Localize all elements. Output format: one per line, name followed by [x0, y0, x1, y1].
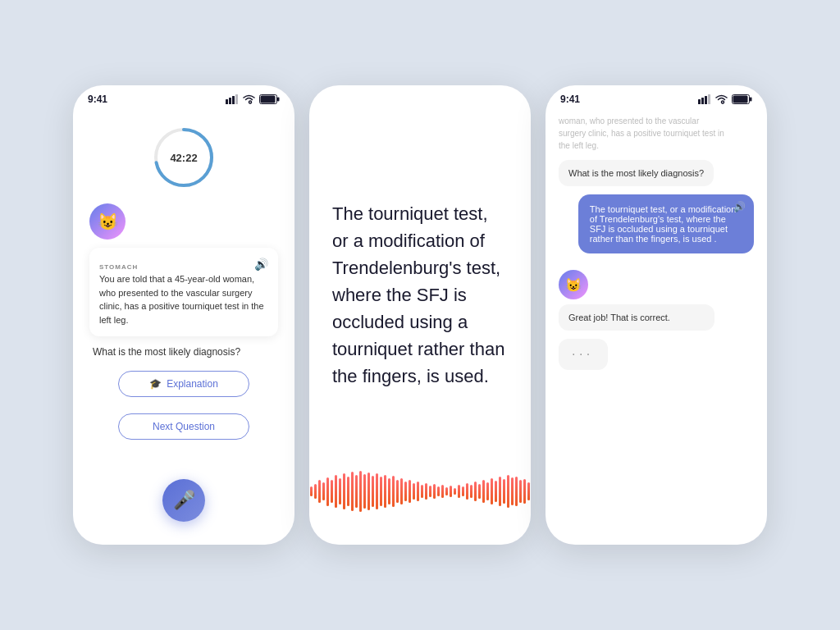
- phone-center: The tourniquet test, or a modification o…: [309, 85, 531, 545]
- battery-icon: [259, 94, 280, 104]
- answer-bubble: 🔊 The tourniquet test, or a modification…: [578, 194, 754, 253]
- question-bubble-right: What is the most likely diagnosis?: [559, 160, 714, 186]
- explanation-button[interactable]: 🎓 Explanation: [118, 371, 249, 397]
- wave-bar: [499, 477, 501, 506]
- wave-bar: [491, 478, 493, 504]
- wave-bar: [372, 476, 374, 507]
- wave-bar: [486, 482, 489, 500]
- svg-rect-12: [708, 94, 710, 104]
- svg-rect-2: [232, 96, 235, 104]
- status-time-left: 9:41: [88, 94, 107, 105]
- wave-bar: [454, 488, 456, 495]
- wave-bar: [314, 484, 317, 499]
- wave-bar: [326, 477, 329, 506]
- wave-bar: [466, 483, 468, 500]
- typing-bubble: · · ·: [559, 339, 608, 370]
- left-content: 42:22 😺 STOMACH 🔊 You are told that a 45…: [73, 108, 294, 538]
- wave-bar: [347, 477, 349, 506]
- battery-icon-right: [732, 94, 752, 104]
- timer-circle: 42:22: [151, 125, 217, 190]
- sound-icon-answer[interactable]: 🔊: [733, 201, 746, 212]
- svg-rect-5: [277, 98, 280, 102]
- right-content: woman, who presented to the vascular sur…: [546, 108, 767, 538]
- wave-bar: [409, 480, 411, 503]
- cap-icon: 🎓: [149, 378, 162, 390]
- wave-bar: [339, 478, 341, 504]
- sound-icon-left[interactable]: 🔊: [254, 258, 268, 271]
- svg-rect-10: [701, 98, 704, 104]
- wave-bar: [445, 487, 448, 495]
- svg-rect-15: [733, 96, 748, 103]
- messages-list: woman, who presented to the vascular sur…: [559, 115, 754, 370]
- wave-bar: [413, 483, 415, 500]
- wifi-icon: [243, 94, 255, 104]
- avatar-right: 😺: [559, 270, 588, 299]
- wave-bar: [511, 477, 514, 505]
- stomach-label: STOMACH: [99, 263, 138, 271]
- wave-bar: [503, 479, 505, 504]
- wave-bar: [322, 482, 325, 500]
- status-bar-right: 9:41: [546, 85, 767, 108]
- wave-bar: [429, 486, 431, 497]
- wave-bar: [515, 477, 518, 506]
- wave-bar: [437, 486, 440, 496]
- wave-bar: [331, 480, 333, 503]
- svg-rect-6: [261, 96, 276, 103]
- wave-bar: [425, 483, 427, 500]
- svg-rect-3: [235, 94, 238, 104]
- wave-bar: [527, 482, 530, 500]
- wave-bar: [495, 481, 497, 502]
- wave-bar: [343, 473, 345, 509]
- wave-bar: [507, 475, 509, 508]
- main-text: The tourniquet test, or a modification o…: [332, 118, 508, 471]
- svg-rect-11: [705, 96, 707, 104]
- svg-rect-14: [750, 98, 752, 102]
- status-bar-left: 9:41: [73, 85, 294, 108]
- timer-text: 42:22: [170, 152, 197, 164]
- wave-bar: [474, 482, 477, 501]
- wave-bar: [458, 485, 460, 498]
- wave-bar: [318, 480, 321, 503]
- wave-bar: [380, 477, 382, 506]
- question-left: What is the most likely diagnosis?: [89, 346, 240, 358]
- signal-icon: [226, 94, 239, 104]
- svg-rect-1: [229, 98, 231, 104]
- wave-bar: [392, 476, 395, 507]
- next-question-button[interactable]: Next Question: [118, 413, 249, 440]
- wave-bar: [363, 474, 366, 509]
- signal-icon-right: [698, 94, 711, 104]
- svg-rect-9: [698, 99, 701, 104]
- system-message-bubble: STOMACH 🔊 You are told that a 45-year-ol…: [89, 248, 278, 336]
- svg-rect-0: [226, 99, 228, 104]
- wave-bar: [519, 480, 522, 503]
- wave-bar: [351, 472, 354, 511]
- success-bubble: Great job! That is correct.: [559, 304, 714, 331]
- status-icons-right: [698, 94, 752, 104]
- wave-bar: [368, 472, 370, 510]
- wave-bar: [396, 480, 399, 503]
- faded-message: woman, who presented to the vascular sur…: [559, 115, 724, 152]
- wifi-icon-right: [715, 94, 728, 104]
- center-content: The tourniquet test, or a modification o…: [309, 85, 531, 545]
- mic-icon: 🎤: [173, 490, 195, 511]
- waveform: [310, 471, 530, 512]
- action-buttons: 🎓 Explanation Next Question: [118, 371, 249, 440]
- phone-right: 9:41 woman, who presented to the vascula: [546, 85, 767, 545]
- system-message-text: You are told that a 45-year-old woman, w…: [99, 272, 268, 326]
- wave-bar: [482, 480, 485, 503]
- wave-bar: [433, 484, 436, 499]
- wave-bar: [417, 482, 419, 501]
- wave-bar: [355, 475, 358, 508]
- wave-bar: [441, 485, 444, 498]
- wave-bar: [470, 485, 472, 498]
- wave-bar: [478, 484, 481, 499]
- wave-bar: [310, 486, 313, 496]
- status-icons-left: [226, 94, 280, 104]
- wave-bar: [359, 471, 362, 512]
- wave-bar: [384, 475, 386, 508]
- phone-left: 9:41 42:: [73, 85, 294, 545]
- wave-bar: [376, 473, 378, 509]
- mic-button[interactable]: 🎤: [162, 479, 205, 522]
- avatar-left: 😺: [89, 203, 126, 240]
- wave-bar: [523, 479, 526, 504]
